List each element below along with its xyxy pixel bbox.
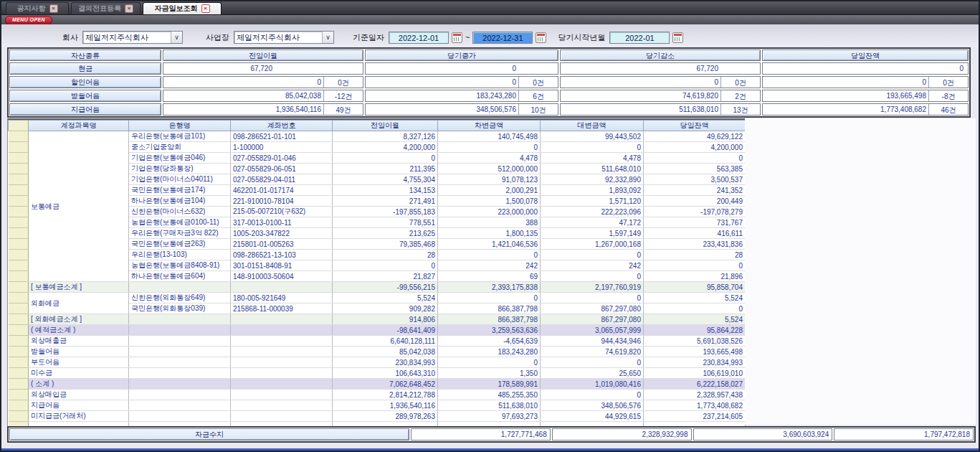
- prev-amount-cell[interactable]: 0: [333, 153, 438, 164]
- tab-close-icon[interactable]: ×: [201, 4, 210, 13]
- account-number-cell[interactable]: 1005-203-347822: [231, 228, 333, 239]
- credit-amount-cell[interactable]: 867,297,080: [541, 303, 644, 314]
- prev-amount-cell[interactable]: 21,827: [333, 271, 438, 282]
- bank-name-cell[interactable]: 신한은행(마이너스632): [129, 207, 231, 217]
- balance-amount-cell[interactable]: 95,864,228: [644, 325, 746, 336]
- grid-row[interactable]: 지급어음1,936,540,116511,638,010348,506,5761…: [9, 400, 746, 411]
- row-selector[interactable]: [9, 207, 29, 217]
- account-name-cell[interactable]: 외상매입금: [29, 390, 129, 400]
- calendar-icon[interactable]: [672, 32, 683, 43]
- bank-name-cell[interactable]: [129, 314, 231, 325]
- credit-amount-cell[interactable]: 2,197,760,919: [541, 282, 644, 293]
- account-number-cell[interactable]: [231, 400, 333, 411]
- account-name-cell[interactable]: 미지급금(거래처): [29, 411, 129, 422]
- row-selector[interactable]: [9, 131, 29, 142]
- bank-name-cell[interactable]: 기업은행(마이너스04011): [129, 174, 231, 185]
- row-selector[interactable]: [9, 314, 29, 325]
- row-selector[interactable]: [9, 153, 29, 164]
- calendar-icon[interactable]: [536, 32, 546, 43]
- debit-amount-cell[interactable]: 183,243,280: [438, 347, 541, 357]
- balance-amount-cell[interactable]: 5,691,038,526: [644, 336, 746, 347]
- row-selector[interactable]: [9, 357, 29, 368]
- account-number-cell[interactable]: [231, 282, 333, 293]
- balance-amount-cell[interactable]: 731,767: [644, 217, 746, 228]
- balance-amount-cell[interactable]: 0: [644, 153, 746, 164]
- credit-amount-cell[interactable]: 1,597,149: [541, 228, 644, 239]
- account-number-cell[interactable]: [231, 379, 333, 390]
- account-number-cell[interactable]: 462201-01-017174: [231, 185, 333, 196]
- account-name-cell[interactable]: 부도어음: [29, 357, 129, 368]
- bank-name-cell[interactable]: [129, 347, 231, 357]
- credit-amount-cell[interactable]: 47,172: [541, 217, 644, 228]
- balance-amount-cell[interactable]: 416,611: [644, 228, 746, 239]
- credit-amount-cell[interactable]: 1,571,120: [541, 196, 644, 207]
- grid-row[interactable]: ( 소계 )7,062,648,452178,589,9911,019,080,…: [9, 379, 746, 390]
- balance-amount-cell[interactable]: 0: [644, 303, 746, 314]
- balance-amount-cell[interactable]: 563,385: [644, 164, 746, 174]
- grid-row[interactable]: 외상매출금6,640,128,111-4,654,639944,434,9465…: [9, 336, 746, 347]
- debit-amount-cell[interactable]: 242: [438, 260, 541, 271]
- tab-close-icon[interactable]: ×: [49, 4, 58, 13]
- row-selector[interactable]: [9, 379, 29, 390]
- row-selector[interactable]: [9, 390, 29, 400]
- bank-name-cell[interactable]: 우리은행(보통예금101): [129, 131, 231, 142]
- row-selector[interactable]: [9, 217, 29, 228]
- bank-name-cell[interactable]: 우리은행(구매자금3억 822): [129, 228, 231, 239]
- bank-name-cell[interactable]: 기업은행(보통예금046): [129, 153, 231, 164]
- account-number-cell[interactable]: [231, 368, 333, 379]
- debit-amount-cell[interactable]: 0: [438, 142, 541, 153]
- debit-amount-cell[interactable]: 511,638,010: [438, 400, 541, 411]
- credit-amount-cell[interactable]: 242: [541, 260, 644, 271]
- row-selector[interactable]: [9, 260, 29, 271]
- account-number-cell[interactable]: 317-0013-0100-11: [231, 217, 333, 228]
- prev-amount-cell[interactable]: 289,978,263: [333, 411, 438, 422]
- grid-row[interactable]: [ 보통예금소계 ]-99,556,2152,393,175,8382,197,…: [9, 282, 746, 293]
- row-selector[interactable]: [9, 303, 29, 314]
- row-selector[interactable]: [9, 271, 29, 282]
- bank-name-cell[interactable]: [129, 282, 231, 293]
- balance-amount-cell[interactable]: 2,328,957,438: [644, 390, 746, 400]
- account-number-cell[interactable]: 098-286521-13-103: [231, 250, 333, 260]
- credit-amount-cell[interactable]: 867,297,080: [541, 314, 644, 325]
- row-selector[interactable]: [9, 400, 29, 411]
- balance-amount-cell[interactable]: 230,834,993: [644, 357, 746, 368]
- row-selector[interactable]: [9, 239, 29, 250]
- credit-amount-cell[interactable]: 0: [541, 390, 644, 400]
- credit-amount-cell[interactable]: 0: [541, 271, 644, 282]
- row-selector[interactable]: [9, 142, 29, 153]
- account-name-cell[interactable]: ( 예적금소계 ): [29, 325, 129, 336]
- credit-amount-cell[interactable]: 0: [541, 250, 644, 260]
- debit-amount-cell[interactable]: 178,589,991: [438, 379, 541, 390]
- prev-amount-cell[interactable]: 8,327,126: [333, 131, 438, 142]
- credit-amount-cell[interactable]: 0: [541, 357, 644, 368]
- tab-fund-daily-report[interactable]: 자금일보조회 ×: [143, 2, 222, 14]
- prev-amount-cell[interactable]: 85,042,038: [333, 347, 438, 357]
- grid-row[interactable]: 미지급금(거래처)289,978,26397,693,27344,929,615…: [9, 411, 746, 422]
- balance-amount-cell[interactable]: 6,222,158,027: [644, 379, 746, 390]
- account-number-cell[interactable]: [231, 357, 333, 368]
- site-select[interactable]: 제일저지주식회사 ∨: [234, 31, 334, 44]
- account-name-cell[interactable]: 외상매출금: [29, 336, 129, 347]
- bank-name-cell[interactable]: [129, 357, 231, 368]
- balance-amount-cell[interactable]: 200,449: [644, 196, 746, 207]
- prev-amount-cell[interactable]: 0: [333, 260, 438, 271]
- prev-amount-cell[interactable]: 134,153: [333, 185, 438, 196]
- bank-name-cell[interactable]: 농협은행(보통예금8408-91): [129, 260, 231, 271]
- debit-amount-cell[interactable]: 388: [438, 217, 541, 228]
- prev-amount-cell[interactable]: 4,755,304: [333, 174, 438, 185]
- tab-close-icon[interactable]: ×: [125, 4, 133, 13]
- account-number-cell[interactable]: 221-910010-78104: [231, 196, 333, 207]
- account-number-cell[interactable]: 180-005-921649: [231, 293, 333, 303]
- grid-row[interactable]: 미수금106,643,3101,35025,650106,619,010: [9, 368, 746, 379]
- prev-amount-cell[interactable]: 2,814,212,788: [333, 390, 438, 400]
- account-number-cell[interactable]: 027-055829-06-051: [231, 164, 333, 174]
- prev-amount-cell[interactable]: 1,936,540,116: [333, 400, 438, 411]
- bank-name-cell[interactable]: 하나은행(보통예금604): [129, 271, 231, 282]
- debit-amount-cell[interactable]: 1,500,078: [438, 196, 541, 207]
- balance-amount-cell[interactable]: 49,629,122: [644, 131, 746, 142]
- balance-amount-cell[interactable]: 5,524: [644, 314, 746, 325]
- grid-row[interactable]: ( 예적금소계 )-98,641,4093,259,563,6363,065,0…: [9, 325, 746, 336]
- grid-row[interactable]: 외상매입금2,814,212,788485,255,35002,328,957,…: [9, 390, 746, 400]
- balance-amount-cell[interactable]: -197,078,279: [644, 207, 746, 217]
- debit-amount-cell[interactable]: 3,259,563,636: [438, 325, 541, 336]
